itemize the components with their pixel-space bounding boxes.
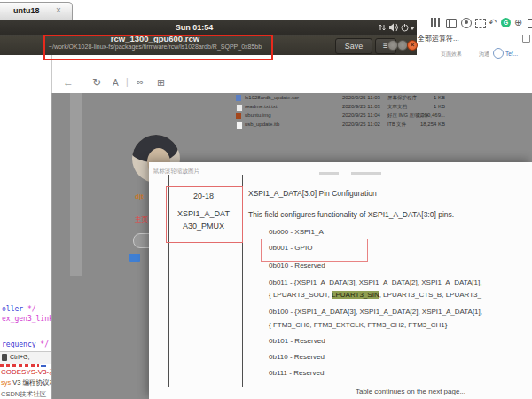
option-0b001: 0b001 - GPIO: [269, 244, 312, 252]
link-codesys-protocol[interactable]: sys V3 编程协议栈: [1, 379, 51, 387]
tiny-link-1[interactable]: 页面效果: [441, 51, 462, 59]
bookmark-item[interactable]: 全部运算符...: [418, 34, 459, 43]
find-shortcut-label: Ctrl+G,: [10, 354, 29, 360]
refresh-icon[interactable]: ↻: [92, 76, 101, 89]
tiny-link-2[interactable]: 沟通: [479, 51, 489, 59]
bookmark-overflow-icon[interactable]: [522, 35, 530, 43]
file-row[interactable]: readme.txt.txt 2020/9/25 11:03 文本文档 1 KB: [231, 103, 452, 112]
chevron-down-icon[interactable]: [410, 27, 415, 30]
viewer-toolbar: ← ↻ A | ∞ ⊞: [51, 55, 532, 93]
image-lightbox: 鼠标滚轮缩放图片 20-18 XSPI1_A_DAT A30_PMUX XSPI…: [149, 162, 532, 399]
file-date: 2020/9/25 11:02: [342, 121, 380, 127]
option-0b111: 0b111 - Reserved: [269, 369, 324, 377]
screenshot-icon[interactable]: [475, 19, 486, 28]
layout-icon[interactable]: ⊞: [157, 77, 165, 89]
sidebar-icon[interactable]: [446, 19, 457, 28]
code-line: requency */: [2, 340, 49, 348]
file-date: 2020/9/25 11:04: [342, 113, 380, 118]
register-name-line2: A30_PMUX: [166, 222, 241, 231]
option-0b000: 0b000 - XSPI1_A: [269, 228, 324, 236]
find-icon: [2, 354, 7, 361]
screen: oller */ ex_gen3_link_ requency */ Ctrl+…: [0, 0, 532, 399]
cropped-text-remnant: [351, 172, 381, 175]
file-name: readme.txt.txt: [245, 104, 277, 109]
file-size: 18,254 KB: [406, 121, 445, 127]
file-date: 2020/9/25 11:03: [342, 95, 380, 100]
font-size-icon[interactable]: A: [113, 78, 119, 88]
red-annotation-rectangle: [43, 35, 273, 60]
option-0b110: 0b110 - Reserved: [269, 353, 325, 361]
code-editor-column: oller */ ex_gen3_link_ requency */ Ctrl+…: [0, 55, 51, 399]
stamp-badge-icon: [493, 48, 504, 59]
file-size: 1 KB: [406, 95, 445, 100]
clipped-toolbar-icon[interactable]: [528, 19, 532, 28]
profile-home-link[interactable]: 主页: [135, 215, 148, 224]
file-name: ls1028ardb_update.scr: [245, 95, 299, 100]
option-0b100-line2: { FTM3_CH0, FTM3_EXTCLK, FTM3_CH2, FTM3_…: [269, 321, 447, 329]
vm-tab-label: untu18: [13, 6, 40, 15]
grammarly-icon[interactable]: G: [501, 18, 511, 27]
code-line: oller */: [2, 305, 36, 313]
vm-tab-close-icon[interactable]: ×: [56, 5, 61, 15]
field-title: XSPI1_A_DATA[3:0] Pin Configuration: [248, 189, 377, 198]
zoomable-table-image[interactable]: 20-18 XSPI1_A_DAT A30_PMUX XSPI1_A_DATA[…: [149, 171, 532, 399]
tiny-link-3[interactable]: Tef...: [505, 51, 518, 57]
panel-clock[interactable]: Sun 01:54: [156, 23, 232, 32]
register-name-line1: XSPI1_A_DAT: [166, 209, 241, 218]
find-bar[interactable]: Ctrl+G,: [0, 351, 51, 364]
option-0b010: 0b010 - Reserved: [269, 262, 325, 270]
option-0b011-line1: 0b011 - {XSPI1_A_DATA[3], XSPI1_A_DATA[2…: [269, 278, 481, 286]
link-codesys-basics[interactable]: CODESYS-V3-基础: [1, 367, 51, 377]
account-icon[interactable]: [461, 18, 472, 28]
file-name: ubuntu.img: [245, 113, 271, 118]
option-0b101: 0b101 - Reserved: [269, 337, 325, 345]
file-row[interactable]: ls1028ardb_update.scr 2020/9/25 11:03 屏幕…: [231, 94, 452, 103]
file-type: ITB 文件: [387, 121, 406, 128]
page-scrollbar-track[interactable]: [70, 93, 82, 276]
back-icon[interactable]: ←: [63, 76, 74, 89]
disk-image-file-icon: [236, 113, 241, 119]
cropped-text-remnant: [319, 172, 339, 175]
table-continues-note: Table continues on the next page...: [309, 387, 512, 395]
library-icon[interactable]: [431, 18, 440, 27]
file-size: 1 KB: [406, 104, 445, 109]
vm-tab-ubuntu18[interactable]: untu18 ×: [0, 2, 73, 20]
file-name: usb_update.itb: [245, 121, 279, 127]
volume-icon[interactable]: [389, 23, 399, 32]
file-type: 文本文档: [387, 104, 407, 110]
power-icon[interactable]: [401, 23, 409, 32]
toolbar-divider: |: [126, 77, 129, 87]
message-icon[interactable]: [129, 254, 140, 262]
save-button[interactable]: Save: [335, 38, 372, 54]
field-description: This field configures functionality of X…: [248, 210, 454, 219]
itb-file-icon: [236, 121, 243, 129]
link-icon[interactable]: ∞: [137, 76, 144, 87]
register-bits: 20-18: [166, 192, 241, 200]
highlighted-lpuart3-sin: LPUART3_SIN: [332, 291, 379, 299]
text-file-icon: [236, 104, 243, 112]
file-row[interactable]: ubuntu.img 2020/9/25 11:04 好压 IMG 压缩文件 3…: [231, 112, 452, 121]
option-0b100-line1: 0b100 - {XSPI1_A_DATA[3], XSPI1_A_DATA[2…: [269, 308, 482, 316]
profile-username[interactable]: djt: [135, 192, 144, 200]
undo-icon[interactable]: ↶: [489, 17, 497, 28]
link-csdn-community[interactable]: CSDN技术社区: [1, 390, 46, 399]
close-button[interactable]: ×: [407, 40, 418, 51]
file-date: 2020/9/25 11:03: [342, 104, 380, 109]
option-0b011-line2: { LPUART3_SOUT, LPUART3_SIN, LPUART3_CTS…: [269, 291, 481, 299]
file-row[interactable]: usb_update.itb 2020/9/25 11:02 ITB 文件 18…: [231, 121, 452, 129]
zoom-in-icon[interactable]: ⊕: [514, 17, 522, 28]
file-size: 3,310,469...: [406, 113, 445, 118]
network-icon[interactable]: [379, 23, 387, 32]
code-line: ex_gen3_link_: [2, 315, 51, 323]
script-file-icon: [236, 95, 241, 101]
